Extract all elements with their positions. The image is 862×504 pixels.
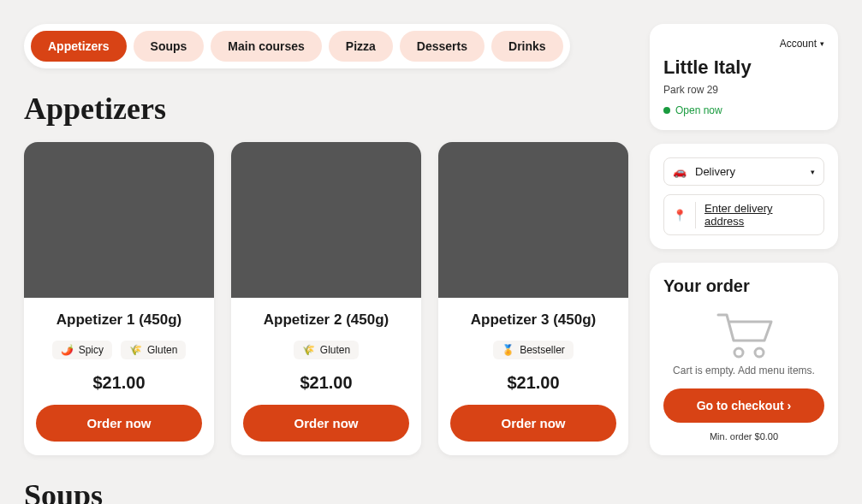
item-tags: 🌶️ Spicy 🌾 Gluten: [52, 341, 187, 359]
item-image: [231, 142, 421, 298]
chevron-right-icon: ›: [788, 399, 792, 412]
delivery-address-placeholder: Enter delivery address: [696, 195, 823, 234]
item-image: [24, 142, 214, 298]
section-title-appetizers: Appetizers: [24, 91, 629, 127]
medal-icon: 🏅: [502, 344, 514, 356]
item-price: $21.00: [300, 373, 352, 393]
order-heading: Your order: [663, 276, 824, 296]
tab-desserts[interactable]: Desserts: [400, 31, 485, 62]
delivery-mode-label: Delivery: [695, 165, 735, 178]
tag-gluten: 🌾 Gluten: [121, 341, 186, 359]
svg-point-0: [734, 348, 743, 357]
tab-appetizers[interactable]: Appetizers: [31, 31, 127, 62]
delivery-mode-select[interactable]: 🚗 Delivery ▾: [663, 157, 824, 186]
pin-icon: 📍: [664, 202, 696, 228]
tab-soups[interactable]: Soups: [134, 31, 205, 62]
wheat-icon: 🌾: [302, 344, 315, 356]
caret-down-icon: ▾: [811, 168, 815, 176]
item-card: Appetizer 2 (450g) 🌾 Gluten $21.00 Order…: [231, 142, 421, 455]
cart-icon: [663, 310, 824, 359]
item-title: Appetizer 2 (450g): [264, 311, 389, 329]
tag-bestseller: 🏅 Bestseller: [493, 341, 574, 359]
item-title: Appetizer 3 (450g): [471, 311, 596, 329]
item-card: Appetizer 1 (450g) 🌶️ Spicy 🌾 Gluten $21…: [24, 142, 214, 455]
item-price: $21.00: [507, 373, 559, 393]
min-order-text: Min. order $0.00: [663, 431, 824, 442]
tag-label: Spicy: [79, 344, 104, 356]
tag-spicy: 🌶️ Spicy: [52, 341, 112, 359]
order-button[interactable]: Order now: [36, 405, 202, 442]
order-button[interactable]: Order now: [243, 405, 409, 442]
tag-label: Bestseller: [520, 344, 565, 356]
empty-cart-text: Cart is empty. Add menu items.: [663, 365, 824, 377]
restaurant-name: Little Italy: [663, 56, 824, 79]
car-icon: 🚗: [673, 165, 687, 178]
item-image: [438, 142, 628, 298]
item-tags: 🌾 Gluten: [294, 341, 359, 359]
item-card: Appetizer 3 (450g) 🏅 Bestseller $21.00 O…: [438, 142, 628, 455]
restaurant-panel: Account ▾ Little Italy Park row 29 Open …: [650, 24, 838, 130]
restaurant-address: Park row 29: [663, 84, 824, 96]
wheat-icon: 🌾: [129, 344, 142, 356]
item-price: $21.00: [92, 373, 145, 393]
checkout-button[interactable]: Go to checkout ›: [663, 388, 824, 423]
order-panel: Your order Cart is empty. Add menu items…: [650, 263, 838, 455]
delivery-panel: 🚗 Delivery ▾ 📍 Enter delivery address: [650, 144, 838, 249]
tag-gluten: 🌾 Gluten: [294, 341, 359, 359]
section-title-soups: Soups: [24, 477, 629, 504]
tab-drinks[interactable]: Drinks: [491, 31, 563, 62]
status-text: Open now: [675, 104, 722, 116]
chili-icon: 🌶️: [61, 344, 74, 356]
tab-pizza[interactable]: Pizza: [329, 31, 393, 62]
account-label: Account: [780, 38, 817, 50]
order-button[interactable]: Order now: [450, 405, 616, 442]
status-dot-icon: [663, 107, 670, 114]
chevron-down-icon: ▾: [820, 39, 824, 48]
items-grid: Appetizer 1 (450g) 🌶️ Spicy 🌾 Gluten $21…: [24, 142, 629, 455]
category-tabs: Appetizers Soups Main courses Pizza Dess…: [24, 24, 570, 68]
checkout-label: Go to checkout: [697, 399, 784, 412]
item-title: Appetizer 1 (450g): [56, 311, 181, 329]
restaurant-status: Open now: [663, 104, 824, 116]
item-tags: 🏅 Bestseller: [493, 341, 574, 359]
tab-main-courses[interactable]: Main courses: [211, 31, 321, 62]
tag-label: Gluten: [147, 344, 177, 356]
svg-point-1: [755, 348, 764, 357]
account-menu[interactable]: Account ▾: [663, 38, 824, 50]
delivery-address-input[interactable]: 📍 Enter delivery address: [663, 194, 824, 235]
tag-label: Gluten: [320, 344, 350, 356]
